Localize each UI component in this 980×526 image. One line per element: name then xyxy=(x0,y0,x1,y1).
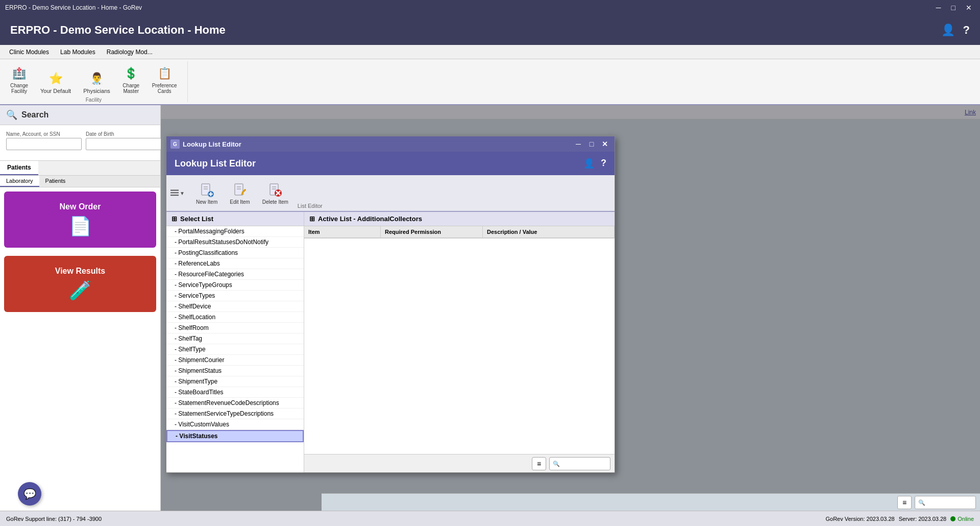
lookup-app-logo: G xyxy=(170,139,180,149)
new-order-btn[interactable]: New Order 📄 xyxy=(4,192,156,248)
lookup-help-icon[interactable]: ? xyxy=(601,158,606,169)
lookup-toolbar: ▼ New Item xyxy=(166,175,615,212)
view-results-btn[interactable]: View Results 🧪 xyxy=(4,256,156,312)
ribbon-items: 🏥 ChangeFacility ⭐ Your Default 👨‍⚕️ Phy… xyxy=(6,63,181,96)
patients-tab[interactable]: Patients xyxy=(0,161,38,175)
list-item[interactable]: ResourceFileCategories xyxy=(166,269,304,280)
list-item[interactable]: ShelfType xyxy=(166,344,304,355)
list-item[interactable]: ShipmentCourier xyxy=(166,355,304,366)
tabs-container: Patients xyxy=(0,161,160,176)
clinic-modules-menu[interactable]: Clinic Modules xyxy=(4,46,54,58)
list-item[interactable]: StatementRevenueCodeDescriptions xyxy=(166,398,304,409)
edit-item-label: Edit Item xyxy=(230,199,250,205)
close-btn[interactable]: ✕ xyxy=(963,3,975,13)
new-item-label: New Item xyxy=(196,199,217,205)
list-item[interactable]: ServiceTypeGroups xyxy=(166,280,304,291)
list-item[interactable]: PostingClassifications xyxy=(166,248,304,258)
facility-group-label: Facility xyxy=(86,97,102,103)
lookup-user-icon[interactable]: 👤 xyxy=(583,158,595,169)
new-order-icon: 📄 xyxy=(69,216,92,237)
list-item[interactable]: VisitStatuses xyxy=(166,430,304,442)
list-item[interactable]: ShelfLocation xyxy=(166,312,304,323)
online-dot xyxy=(950,516,955,521)
preference-cards-label: PreferenceCards xyxy=(152,83,177,94)
list-item[interactable]: ShelfTag xyxy=(166,333,304,344)
lookup-list-editor-window: G Lookup List Editor ─ □ ✕ Lookup List E… xyxy=(166,136,615,473)
svg-rect-2 xyxy=(170,195,179,196)
status-bar: GoRev Support line: (317) - 794 -3900 Go… xyxy=(0,511,980,526)
your-default-icon: ⭐ xyxy=(47,70,64,87)
physicians-label: Physicians xyxy=(83,88,110,94)
support-label: GoRev Support line: (317) - 794 -3900 xyxy=(6,516,102,522)
laboratory-sub-tab[interactable]: Laboratory xyxy=(0,176,39,187)
your-default-label: Your Default xyxy=(40,88,71,94)
footer-menu-btn[interactable]: ≡ xyxy=(532,457,546,470)
change-facility-label: ChangeFacility xyxy=(10,83,28,94)
lookup-minimize-btn[interactable]: ─ xyxy=(573,138,584,150)
dob-field-group: Date of Birth xyxy=(86,131,161,150)
online-label: Online xyxy=(958,516,974,522)
right-menu-btn[interactable]: ≡ xyxy=(897,496,912,509)
status-left: GoRev Support line: (317) - 794 -3900 xyxy=(6,516,102,522)
active-list-search-input[interactable] xyxy=(549,457,610,470)
dob-input[interactable] xyxy=(86,138,161,150)
title-bar: ERPRO - Demo Service Location - Home - G… xyxy=(0,0,980,15)
list-item[interactable]: StatementServiceTypeDescriptions xyxy=(166,409,304,419)
name-field-group: Name, Account, or SSN xyxy=(6,131,82,150)
user-icon[interactable]: 👤 xyxy=(941,23,955,37)
list-item[interactable]: PortalMessagingFolders xyxy=(166,226,304,237)
form-row-1: Name, Account, or SSN Date of Birth xyxy=(6,131,154,150)
app-header: ERPRO - Demo Service Location - Home 👤 ? xyxy=(0,15,980,45)
edit-item-btn[interactable]: Edit Item xyxy=(225,180,255,207)
list-item[interactable]: ServiceTypes xyxy=(166,291,304,301)
charge-master-btn[interactable]: 💲 ChargeMaster xyxy=(118,63,144,96)
list-item[interactable]: PortalResultStatusesDoNotNotify xyxy=(166,237,304,248)
lookup-maximize-btn[interactable]: □ xyxy=(586,138,597,150)
radiology-modules-menu[interactable]: Radiology Mod... xyxy=(102,46,158,58)
charge-master-icon: 💲 xyxy=(123,65,139,82)
sidebar-content-area: New Order 📄 View Results 🧪 xyxy=(0,187,160,511)
lookup-close-btn[interactable]: ✕ xyxy=(599,138,610,150)
col-description: Description / Value xyxy=(483,226,615,237)
list-item[interactable]: ShelfDevice xyxy=(166,301,304,312)
new-item-btn[interactable]: New Item xyxy=(191,180,223,207)
lookup-body: ⊞ Select List PortalMessagingFoldersPort… xyxy=(166,212,615,472)
dob-label: Date of Birth xyxy=(86,131,161,137)
active-list-grid: Item Required Permission Description / V… xyxy=(304,226,615,454)
title-bar-controls[interactable]: ─ □ ✕ xyxy=(933,3,975,13)
physicians-btn[interactable]: 👨‍⚕️ Physicians xyxy=(79,68,114,96)
chat-bubble[interactable]: 💬 xyxy=(18,482,41,506)
list-item[interactable]: ShipmentType xyxy=(166,376,304,387)
lookup-header-title: Lookup List Editor xyxy=(175,158,256,169)
view-results-label: View Results xyxy=(55,267,105,276)
your-default-btn[interactable]: ⭐ Your Default xyxy=(36,68,75,96)
active-list-footer: ≡ xyxy=(304,454,615,472)
search-form: Name, Account, or SSN Date of Birth xyxy=(0,125,160,161)
select-list-items[interactable]: PortalMessagingFoldersPortalResultStatus… xyxy=(166,226,304,472)
change-facility-btn[interactable]: 🏥 ChangeFacility xyxy=(6,63,32,96)
lookup-window-titlebar: G Lookup List Editor ─ □ ✕ xyxy=(166,136,615,152)
minimize-btn[interactable]: ─ xyxy=(933,3,944,13)
lookup-menu-icon[interactable]: ▼ xyxy=(170,186,185,200)
app-title: ERPRO - Demo Service Location - Home xyxy=(10,23,226,37)
list-item[interactable]: ShipmentStatus xyxy=(166,366,304,376)
delete-item-label: Delete Item xyxy=(262,199,288,205)
patients-sub-tab[interactable]: Patients xyxy=(39,176,72,187)
lab-modules-menu[interactable]: Lab Modules xyxy=(55,46,101,58)
help-icon[interactable]: ? xyxy=(963,23,970,37)
preference-cards-btn[interactable]: 📋 PreferenceCards xyxy=(148,63,181,96)
list-item[interactable]: ShelfRoom xyxy=(166,323,304,333)
col-item: Item xyxy=(304,226,381,237)
select-list-pane: ⊞ Select List PortalMessagingFoldersPort… xyxy=(166,212,304,472)
lookup-titlebar-left: G Lookup List Editor xyxy=(170,139,241,149)
name-input[interactable] xyxy=(6,138,82,150)
new-item-icon xyxy=(199,182,215,198)
maximize-btn[interactable]: □ xyxy=(948,3,959,13)
list-item[interactable]: VisitCustomValues xyxy=(166,419,304,430)
list-item[interactable]: ReferenceLabs xyxy=(166,258,304,269)
list-item[interactable]: StateBoardTitles xyxy=(166,387,304,398)
lookup-window-controls[interactable]: ─ □ ✕ xyxy=(573,138,610,150)
right-bottom-bar: ≡ xyxy=(322,493,980,511)
delete-item-btn[interactable]: Delete Item xyxy=(257,180,293,207)
right-search-input[interactable] xyxy=(915,496,976,509)
